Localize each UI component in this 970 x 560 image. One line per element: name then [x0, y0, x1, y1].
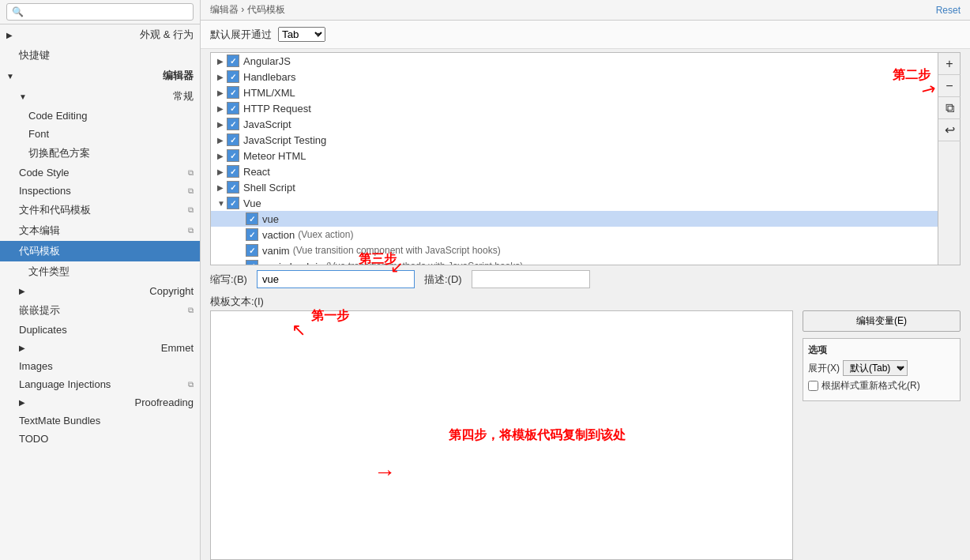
tree-arrow: ▶: [217, 120, 227, 129]
copy-button[interactable]: ⧉: [938, 97, 961, 119]
tree-checkbox-vanimhook-js[interactable]: [246, 260, 258, 265]
tree-label: JavaScript: [243, 118, 291, 130]
reset-button[interactable]: Reset: [936, 5, 961, 16]
edit-vars-button[interactable]: 编辑变量(E): [803, 310, 961, 332]
tree-item-vue-child[interactable]: vue: [211, 211, 938, 227]
sidebar-item-label: Code Style: [19, 167, 70, 179]
sidebar: ▶ 外观 & 行为 快捷键 ▼ 编辑器 ▼ 常规 Code Editing Fo…: [0, 0, 201, 560]
expand-option-row: 展开(X) 默认(Tab) Tab Enter Space: [808, 360, 955, 376]
copy-icon: ⧉: [188, 226, 194, 235]
tree-label: Shell Script: [243, 182, 295, 194]
tree-item-handlebars[interactable]: ▶ Handlebars: [211, 69, 938, 85]
sidebar-item-code-template[interactable]: 代码模板: [0, 241, 200, 261]
tree-checkbox-angularjs[interactable]: [227, 54, 239, 67]
tree-item-vanim[interactable]: vanim (Vue transition component with Jav…: [211, 242, 938, 258]
sidebar-item-duplicates[interactable]: Duplicates: [0, 321, 200, 339]
sidebar-item-images[interactable]: Images: [0, 357, 200, 375]
tree-item-meteor-html[interactable]: ▶ Meteor HTML: [211, 148, 938, 163]
breadcrumb: 编辑器 › 代码模板 Reset: [201, 0, 970, 21]
sidebar-item-embed-hints[interactable]: 嵌嵌提示 ⧉: [0, 300, 200, 321]
tree-item-js-testing[interactable]: ▶ JavaScript Testing: [211, 132, 938, 148]
sidebar-item-text-editor[interactable]: 文本编辑 ⧉: [0, 220, 200, 241]
add-button[interactable]: +: [938, 53, 961, 75]
template-editor[interactable]: 第四步，将模板代码复制到该处 →: [210, 310, 793, 560]
sidebar-item-label: TODO: [19, 433, 48, 445]
sidebar-item-code-editing[interactable]: Code Editing: [0, 107, 200, 125]
tree-checkbox-http-request[interactable]: [227, 102, 239, 115]
sidebar-item-appearance[interactable]: ▶ 外观 & 行为: [0, 24, 200, 45]
desc-label: 描述:(D): [424, 272, 462, 287]
tree-label: JavaScript Testing: [243, 134, 326, 146]
sidebar-item-label: 代码模板: [19, 244, 60, 258]
tree-checkbox-shell-script[interactable]: [227, 181, 239, 194]
sidebar-item-label: Inspections: [19, 185, 71, 197]
tree-label: Handlebars: [243, 71, 296, 83]
sidebar-item-shortcuts[interactable]: 快捷键: [0, 45, 200, 66]
tree-item-vaction[interactable]: vaction (Vuex action): [211, 227, 938, 242]
sidebar-item-proofreading[interactable]: ▶ Proofreading: [0, 393, 200, 412]
remove-button[interactable]: −: [938, 75, 961, 97]
sidebar-item-copyright[interactable]: ▶ Copyright: [0, 282, 200, 300]
tree-item-desc: (Vue transition component with JavaScrip…: [293, 245, 501, 256]
tree-checkbox-javascript[interactable]: [227, 118, 239, 130]
sidebar-item-textmate-bundles[interactable]: TextMate Bundles: [0, 412, 200, 430]
tree-item-react[interactable]: ▶ React: [211, 163, 938, 179]
tree-checkbox-html-xml[interactable]: [227, 86, 239, 99]
sidebar-item-switch-color[interactable]: 切换配色方案: [0, 143, 200, 163]
sidebar-search-input[interactable]: [6, 3, 194, 21]
tree-item-vue[interactable]: ▼ Vue: [211, 195, 938, 211]
top-row: 默认展开通过 Tab Enter Space: [201, 21, 970, 49]
sidebar-item-label: 文本编辑: [19, 224, 60, 238]
sidebar-item-file-types[interactable]: 文件类型: [0, 261, 200, 282]
sidebar-item-language-injections[interactable]: Language Injections ⧉: [0, 375, 200, 393]
tree-item-shell-script[interactable]: ▶ Shell Script: [211, 179, 938, 195]
tree-checkbox-vanim[interactable]: [246, 244, 258, 257]
editor-collapse-arrow: ▼: [6, 72, 14, 81]
expand-select[interactable]: Tab Enter Space: [278, 27, 325, 42]
reformat-checkbox[interactable]: [808, 381, 818, 391]
sidebar-item-label: Images: [19, 360, 53, 372]
tree-item-javascript[interactable]: ▶ JavaScript: [211, 116, 938, 132]
sidebar-item-label: 编辑器: [163, 69, 194, 83]
sidebar-item-label: TextMate Bundles: [19, 415, 100, 427]
sidebar-item-code-style[interactable]: Code Style ⧉: [0, 163, 200, 182]
sidebar-item-inspections[interactable]: Inspections ⧉: [0, 182, 200, 200]
tree-item-http-request[interactable]: ▶ HTTP Request: [211, 100, 938, 116]
sidebar-item-editor[interactable]: ▼ 编辑器: [0, 66, 200, 86]
copy-icon: ⧉: [188, 205, 194, 215]
tree-item-html-xml[interactable]: ▶ HTML/XML: [211, 85, 938, 100]
undo-button[interactable]: ↩: [938, 119, 961, 141]
tree-checkbox-handlebars[interactable]: [227, 70, 239, 83]
reformat-option-row: 根据样式重新格式化(R): [808, 379, 955, 393]
tree-checkbox-react[interactable]: [227, 165, 239, 178]
sidebar-item-font[interactable]: Font: [0, 125, 200, 143]
sidebar-item-label: Code Editing: [28, 110, 87, 122]
copy-icon: ⧉: [188, 380, 194, 389]
tree-item-angularjs[interactable]: ▶ AngularJS: [211, 53, 938, 69]
desc-input[interactable]: [472, 270, 590, 288]
tree-checkbox-vue[interactable]: [227, 197, 239, 209]
sidebar-item-label: Proofreading: [135, 397, 194, 408]
tree-checkbox-vaction[interactable]: [246, 228, 258, 241]
options-title: 选项: [808, 344, 955, 357]
sidebar-item-label: 嵌嵌提示: [19, 303, 60, 318]
tree-toolbar: + − ⧉ ↩: [938, 52, 961, 265]
tree-item-vanimhook-js[interactable]: vanimhook-js (Vue transition methods wit…: [211, 258, 938, 265]
abbrev-input[interactable]: [257, 270, 415, 288]
tree-label: vaction: [262, 229, 295, 241]
abbrev-label: 缩写:(B): [210, 272, 247, 287]
copy-icon: ⧉: [188, 306, 194, 315]
tree-checkbox-meteor-html[interactable]: [227, 149, 239, 162]
tree-label: Meteor HTML: [243, 150, 306, 162]
template-text-label: 模板文本:(I): [210, 293, 961, 310]
tree-checkbox-js-testing[interactable]: [227, 133, 239, 146]
expand-label: 默认展开通过: [210, 28, 272, 42]
sidebar-item-file-code-template[interactable]: 文件和代码模板 ⧉: [0, 200, 200, 220]
sidebar-item-label: 快捷键: [19, 48, 50, 62]
tree-checkbox-vue-child1[interactable]: [246, 212, 258, 225]
expand-option-select[interactable]: 默认(Tab) Tab Enter Space: [843, 360, 908, 376]
sidebar-item-emmet[interactable]: ▶ Emmet: [0, 339, 200, 357]
sidebar-item-todo[interactable]: TODO: [0, 430, 200, 448]
tree-arrow: ▶: [217, 104, 227, 113]
sidebar-item-general[interactable]: ▼ 常规: [0, 86, 200, 107]
